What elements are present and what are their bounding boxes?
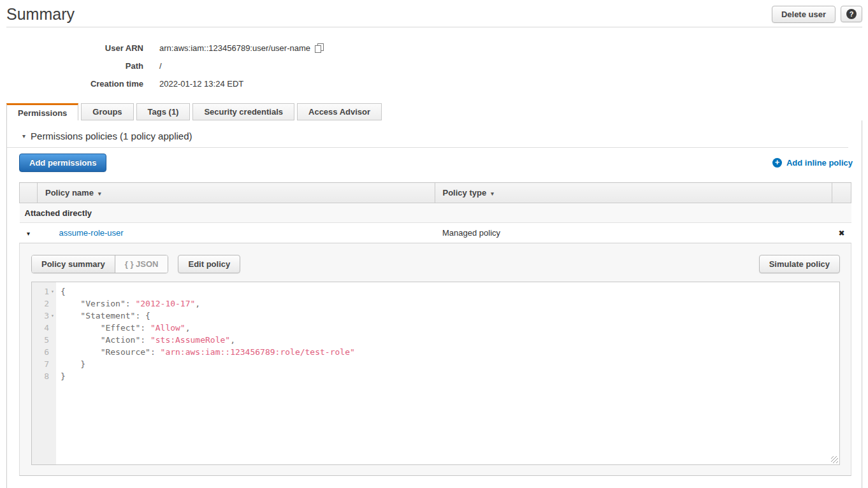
fold-spacer bbox=[49, 346, 56, 358]
gutter-line: 3▾ bbox=[32, 310, 56, 322]
creation-time-label: Creation time bbox=[6, 79, 159, 89]
help-icon: ? bbox=[846, 9, 857, 19]
creation-time-value: 2022-01-12 13:24 EDT bbox=[159, 79, 243, 89]
policy-view-segmented-control: Policy summary { } JSON bbox=[31, 255, 168, 273]
edit-policy-button[interactable]: Edit policy bbox=[178, 255, 240, 273]
header-divider bbox=[6, 27, 862, 27]
fold-spacer bbox=[49, 358, 56, 370]
tab-access-advisor[interactable]: Access Advisor bbox=[297, 103, 382, 120]
code-line: { bbox=[61, 285, 839, 298]
section-divider bbox=[7, 147, 848, 148]
fold-spacer bbox=[49, 298, 56, 310]
sort-caret-icon: ▾ bbox=[491, 190, 494, 197]
permissions-tab-panel: ▾ Permissions policies (1 policy applied… bbox=[6, 120, 862, 488]
tab-groups[interactable]: Groups bbox=[81, 103, 133, 120]
collapse-row-caret-icon[interactable]: ▾ bbox=[27, 230, 30, 237]
gutter-line: 6 bbox=[32, 346, 56, 358]
editor-resize-handle[interactable] bbox=[831, 456, 838, 463]
header-actions: Delete user ? bbox=[772, 6, 862, 23]
attached-directly-label: Attached directly bbox=[20, 203, 851, 223]
policy-row: ▾assume-role-userManaged policy✖ bbox=[20, 223, 851, 243]
gutter-line: 1▾ bbox=[32, 285, 56, 298]
fold-spacer bbox=[49, 334, 56, 346]
section-collapse-caret-icon: ▾ bbox=[22, 133, 25, 140]
page-title: Summary bbox=[6, 5, 772, 24]
path-value: / bbox=[159, 61, 162, 71]
gutter-line: 7 bbox=[32, 358, 56, 370]
sort-caret-icon: ▾ bbox=[98, 190, 101, 197]
code-line: "Statement": { bbox=[61, 310, 839, 322]
user-arn-label: User ARN bbox=[6, 43, 159, 53]
delete-user-button[interactable]: Delete user bbox=[772, 6, 835, 23]
policy-actions-row: Add permissions + Add inline policy bbox=[19, 154, 853, 172]
policies-table-header-row: Policy name▾ Policy type▾ bbox=[20, 183, 851, 203]
tab-security-credentials[interactable]: Security credentials bbox=[192, 103, 294, 120]
attached-directly-group-row: Attached directly bbox=[20, 203, 851, 223]
gutter-line: 8 bbox=[32, 370, 56, 382]
plus-icon: + bbox=[772, 158, 782, 168]
detail-row-user-arn: User ARN arn:aws:iam::123456789:user/use… bbox=[6, 39, 862, 57]
policy-detail-panel: Policy summary { } JSON Edit policy Simu… bbox=[19, 243, 851, 476]
user-details: User ARN arn:aws:iam::123456789:user/use… bbox=[6, 39, 862, 92]
gutter-line: 4 bbox=[32, 322, 56, 334]
fold-spacer bbox=[49, 370, 56, 382]
gutter-line: 5 bbox=[32, 334, 56, 346]
path-label: Path bbox=[6, 61, 159, 71]
policy-name-column-header[interactable]: Policy name▾ bbox=[38, 183, 435, 203]
permissions-policies-section-title: Permissions policies (1 policy applied) bbox=[31, 131, 192, 141]
tab-bar: PermissionsGroupsTags (1)Security creden… bbox=[6, 103, 862, 120]
code-line: "Action": "sts:AssumeRole", bbox=[61, 334, 839, 346]
json-editor[interactable]: 1▾23▾45678 { "Version": "2012-10-17", "S… bbox=[31, 282, 840, 465]
actions-column-header bbox=[832, 183, 851, 203]
page-header: Summary Delete user ? bbox=[6, 0, 862, 22]
add-permissions-button[interactable]: Add permissions bbox=[19, 154, 106, 172]
detail-row-creation-time: Creation time 2022-01-12 13:24 EDT bbox=[6, 75, 862, 92]
policies-table: Policy name▾ Policy type▾ Attached direc… bbox=[19, 182, 851, 243]
policy-type-column-header[interactable]: Policy type▾ bbox=[435, 183, 832, 203]
iam-user-summary-page: Summary Delete user ? User ARN arn:aws:i… bbox=[0, 0, 868, 488]
policy-summary-button[interactable]: Policy summary bbox=[32, 255, 115, 273]
simulate-policy-button[interactable]: Simulate policy bbox=[759, 255, 840, 273]
detach-policy-icon[interactable]: ✖ bbox=[838, 229, 844, 238]
code-line: "Effect": "Allow", bbox=[61, 322, 839, 334]
policies-table-body: Attached directly ▾assume-role-userManag… bbox=[20, 203, 851, 243]
detail-row-path: Path / bbox=[6, 57, 862, 75]
editor-gutter: 1▾23▾45678 bbox=[32, 282, 56, 464]
policy-type-cell: Managed policy bbox=[435, 223, 832, 243]
fold-spacer bbox=[49, 322, 56, 334]
code-line: } bbox=[61, 358, 839, 370]
editor-code[interactable]: { "Version": "2012-10-17", "Statement": … bbox=[56, 282, 839, 464]
json-view-button[interactable]: { } JSON bbox=[115, 255, 168, 273]
gutter-line: 2 bbox=[32, 298, 56, 310]
add-inline-policy-link[interactable]: + Add inline policy bbox=[772, 158, 853, 168]
code-line: "Resource": "arn:aws:iam::123456789:role… bbox=[61, 346, 839, 358]
policy-detail-toolbar: Policy summary { } JSON Edit policy Simu… bbox=[31, 255, 840, 273]
add-inline-policy-label: Add inline policy bbox=[786, 158, 853, 168]
policy-name-link[interactable]: assume-role-user bbox=[59, 228, 124, 238]
fold-caret-icon[interactable]: ▾ bbox=[49, 285, 56, 298]
code-line: } bbox=[61, 370, 839, 382]
copy-icon[interactable] bbox=[315, 43, 324, 53]
permissions-policies-section-toggle[interactable]: ▾ Permissions policies (1 policy applied… bbox=[7, 120, 862, 147]
user-arn-value: arn:aws:iam::123456789:user/user-name bbox=[159, 43, 310, 53]
fold-caret-icon[interactable]: ▾ bbox=[49, 310, 56, 322]
tab-tags-1[interactable]: Tags (1) bbox=[136, 103, 191, 120]
tab-permissions[interactable]: Permissions bbox=[6, 103, 78, 120]
expand-column-header bbox=[20, 183, 38, 203]
help-button[interactable]: ? bbox=[841, 6, 862, 22]
code-line: "Version": "2012-10-17", bbox=[61, 298, 839, 310]
